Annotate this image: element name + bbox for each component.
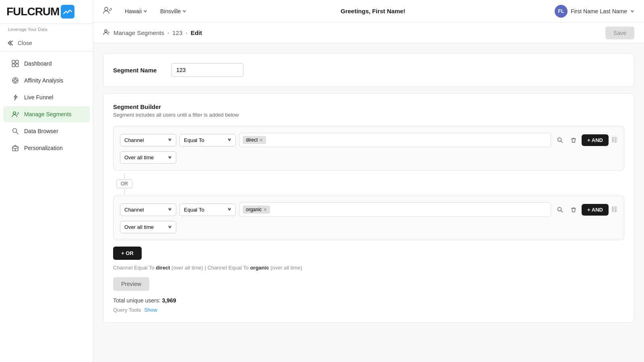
sidebar-item-manage-segments[interactable]: Manage Segments — [3, 106, 90, 122]
segment-name-card: Segment Name — [103, 53, 634, 87]
location-selectors: Hawaii Binsville — [120, 6, 191, 17]
segment-name-label: Segment Name — [113, 67, 161, 74]
tag-organic-close[interactable]: ✕ — [263, 207, 267, 212]
and-button-2[interactable]: + AND — [582, 204, 609, 216]
box-icon — [11, 144, 19, 152]
delete-filter-icon-2[interactable] — [568, 204, 579, 215]
user-name: First Name Last Name — [571, 8, 627, 14]
tag-direct-close[interactable]: ✕ — [259, 138, 263, 143]
filter-value-2[interactable]: organic ✕ — [239, 202, 551, 217]
total-users: Total unique users: 3,969 — [113, 297, 624, 304]
condition-select-2[interactable]: Equal To — [180, 204, 236, 216]
qs-time2: (over all time) — [270, 265, 302, 271]
breadcrumb-manage[interactable]: Manage Segments — [114, 29, 164, 36]
close-button[interactable]: Close — [0, 35, 93, 51]
builder-title: Segment Builder — [113, 103, 624, 110]
qs-op1: Equal To — [134, 265, 156, 271]
breadcrumb-bar: Manage Segments › 123 › Edit Save — [93, 23, 644, 43]
qs-channel2: Channel — [207, 265, 228, 271]
greeting-text: Greetings, First Name! — [199, 8, 547, 14]
search-filter-icon-1[interactable] — [554, 134, 566, 146]
user-menu[interactable]: FL First Name Last Name — [555, 5, 634, 18]
bolt-icon — [11, 93, 19, 101]
svg-line-18 — [561, 141, 562, 142]
users-icon — [11, 110, 19, 118]
logo-area: FULCRUM — [0, 0, 93, 24]
logo-icon — [61, 5, 74, 19]
preview-button[interactable]: Preview — [113, 277, 149, 291]
filter-group-1: Channel Equal To — [113, 126, 624, 171]
svg-point-5 — [14, 79, 17, 82]
filter-actions-1: + AND ⛓ — [554, 134, 617, 146]
breadcrumb-edit: Edit — [191, 29, 202, 36]
svg-rect-1 — [16, 60, 19, 63]
condition-label-2: Equal To — [184, 207, 204, 213]
breadcrumb-sep-1: › — [167, 30, 169, 36]
svg-point-15 — [105, 7, 108, 10]
segment-name-input[interactable] — [171, 63, 244, 77]
total-label: Total unique users: — [113, 297, 161, 304]
condition-chevron-1 — [227, 138, 231, 142]
link-icon-2[interactable]: ⛓ — [611, 206, 617, 213]
time-select-1[interactable]: Over all time — [120, 151, 176, 164]
nav: Dashboard Affinity Analysis — [0, 51, 93, 362]
breadcrumb-123[interactable]: 123 — [172, 29, 182, 36]
hawaii-selector[interactable]: Hawaii — [120, 6, 152, 17]
link-icon-1[interactable]: ⛓ — [611, 136, 617, 144]
condition-select-1[interactable]: Equal To — [180, 134, 236, 146]
svg-rect-3 — [16, 64, 19, 67]
close-label: Close — [18, 40, 32, 46]
qs-time1: (over all time) | — [171, 265, 207, 271]
search-filter-icon-2[interactable] — [554, 204, 566, 215]
tag-organic-value: organic — [246, 207, 262, 212]
query-tools-label: Query Tools — [113, 307, 141, 313]
or-connector: OR — [113, 174, 624, 194]
user-avatar: FL — [555, 5, 568, 18]
channel-chevron-2 — [168, 208, 172, 212]
save-button[interactable]: Save — [605, 27, 634, 39]
and-button-1[interactable]: + AND — [582, 134, 609, 146]
tag-direct: direct ✕ — [243, 136, 266, 144]
add-or-button[interactable]: + OR — [113, 247, 142, 260]
query-summary: Channel Equal To direct (over all time) … — [113, 265, 624, 271]
sidebar-item-personalization-label: Personalization — [24, 145, 63, 151]
filter-actions-2: + AND ⛓ — [554, 204, 617, 216]
grid-icon — [11, 60, 19, 68]
svg-point-16 — [105, 30, 107, 32]
sidebar-item-livefunnel-label: Live Funnel — [24, 94, 53, 101]
builder-subtitle: Segment includes all users until a filte… — [113, 112, 624, 118]
qs-val1: direct — [156, 265, 170, 271]
user-chevron-icon — [630, 9, 634, 13]
sidebar-item-data-browser[interactable]: Data Browser — [3, 123, 90, 139]
condition-chevron-2 — [227, 208, 231, 212]
time-select-2[interactable]: Over all time — [120, 221, 176, 233]
channel-select-2[interactable]: Channel — [120, 204, 176, 216]
hawaii-label: Hawaii — [125, 8, 142, 14]
time-chevron-2 — [168, 225, 172, 229]
svg-rect-0 — [12, 60, 15, 63]
channel-select-1[interactable]: Channel — [120, 134, 176, 146]
top-header: Hawaii Binsville Greetings, First Name! … — [93, 0, 644, 23]
delete-filter-icon-1[interactable] — [568, 134, 579, 146]
filter-row-2: Channel Equal To — [120, 202, 617, 217]
or-badge: OR — [116, 179, 132, 188]
tag-direct-value: direct — [246, 137, 258, 143]
header-users-icon — [103, 6, 112, 16]
sidebar-item-manage-label: Manage Segments — [24, 111, 72, 117]
condition-label-1: Equal To — [184, 137, 204, 143]
sidebar-item-livefunnel[interactable]: Live Funnel — [3, 89, 90, 105]
sidebar-item-dashboard-label: Dashboard — [24, 60, 52, 67]
binsville-selector[interactable]: Binsville — [155, 6, 191, 17]
svg-line-12 — [17, 132, 19, 134]
time-row-2: Over all time — [120, 221, 617, 233]
filter-row-1: Channel Equal To — [120, 133, 617, 147]
binsville-label: Binsville — [160, 8, 181, 14]
sidebar-item-affinity[interactable]: Affinity Analysis — [3, 72, 90, 88]
chevron-down-icon — [143, 9, 147, 13]
sidebar-item-dashboard[interactable]: Dashboard — [3, 56, 90, 72]
filter-value-1[interactable]: direct ✕ — [239, 133, 551, 147]
query-tools-show[interactable]: Show — [144, 307, 157, 313]
sidebar-item-personalization[interactable]: Personalization — [3, 140, 90, 156]
content-area: Segment Name Segment Builder Segment inc… — [93, 43, 644, 362]
breadcrumb-users-icon — [103, 29, 110, 37]
